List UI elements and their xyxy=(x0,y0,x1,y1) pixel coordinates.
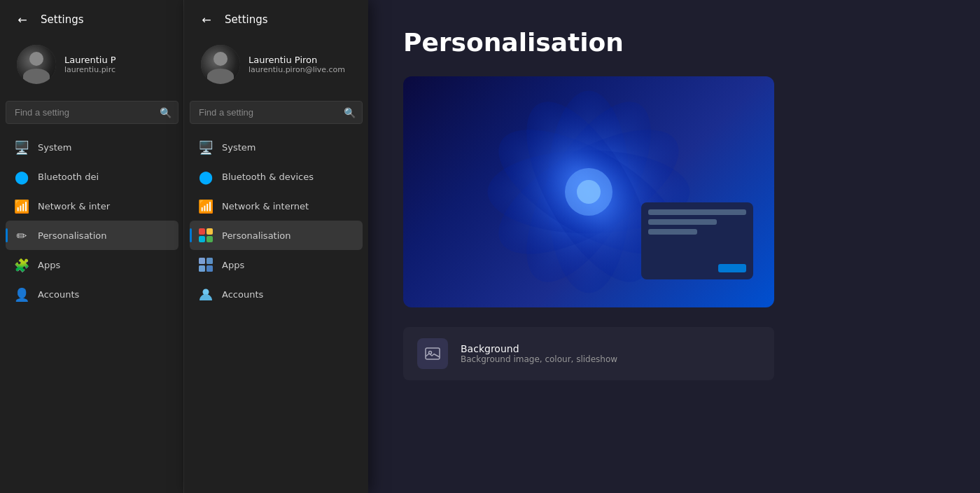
right-nav-personalisation[interactable]: Personalisation xyxy=(190,221,363,250)
right-apps-icon xyxy=(198,257,214,272)
left-sidebar-header: ← Settings xyxy=(0,0,184,36)
left-nav-accounts[interactable]: 👤 Accounts xyxy=(6,279,178,309)
right-nav-list: 🖥️ System ⬤ Bluetooth & devices 📶 Networ… xyxy=(184,132,368,493)
svg-rect-6 xyxy=(199,265,205,272)
right-accounts-icon xyxy=(198,286,214,302)
svg-rect-2 xyxy=(199,236,205,242)
right-network-icon: 📶 xyxy=(198,198,214,214)
right-user-profile[interactable]: Laurentiu Piron laurentiu.piron@live.com xyxy=(190,36,363,95)
svg-rect-7 xyxy=(206,265,213,272)
left-search-input[interactable] xyxy=(6,101,178,124)
left-nav-system[interactable]: 🖥️ System xyxy=(6,132,178,162)
right-user-info: Laurentiu Piron laurentiu.piron@live.com xyxy=(248,55,345,74)
svg-rect-3 xyxy=(206,236,213,242)
right-nav-accounts[interactable]: Accounts xyxy=(190,279,363,309)
right-bluetooth-label: Bluetooth & devices xyxy=(222,172,314,182)
left-network-icon: 📶 xyxy=(14,198,29,214)
right-search-icon: 🔍 xyxy=(344,107,356,118)
left-avatar xyxy=(17,45,56,84)
left-nav-bluetooth[interactable]: ⬤ Bluetooth dei xyxy=(6,162,178,191)
left-user-profile[interactable]: Laurentiu P laurentiu.pirc xyxy=(6,36,178,95)
left-search-box[interactable]: 🔍 xyxy=(6,101,178,124)
left-bluetooth-icon: ⬤ xyxy=(14,169,29,184)
left-apps-icon: 🧩 xyxy=(14,257,29,272)
left-nav-list: 🖥️ System ⬤ Bluetooth dei 📶 Network & in… xyxy=(0,132,184,493)
svg-rect-1 xyxy=(206,228,213,235)
background-subtitle: Background image, colour, slideshow xyxy=(461,354,617,364)
right-nav-system[interactable]: 🖥️ System xyxy=(190,132,363,162)
main-content: Personalisation xyxy=(368,0,980,493)
left-user-name: Laurentiu P xyxy=(64,55,116,65)
right-bluetooth-icon: ⬤ xyxy=(198,169,214,184)
svg-rect-0 xyxy=(199,228,205,235)
right-system-label: System xyxy=(222,142,255,153)
left-nav-apps[interactable]: 🧩 Apps xyxy=(6,250,178,279)
right-nav-apps[interactable]: Apps xyxy=(190,250,363,279)
window-mockup xyxy=(641,202,753,279)
left-network-label: Network & inter xyxy=(38,201,110,211)
left-accounts-icon: 👤 xyxy=(14,286,29,302)
svg-rect-17 xyxy=(426,348,440,359)
right-personalisation-icon xyxy=(198,228,214,243)
left-settings-title: Settings xyxy=(41,13,84,26)
right-search-input[interactable] xyxy=(190,101,363,124)
left-nav-network[interactable]: 📶 Network & inter xyxy=(6,191,178,221)
mockup-button xyxy=(718,264,746,272)
right-nav-network[interactable]: 📶 Network & internet xyxy=(190,191,363,221)
left-system-label: System xyxy=(38,142,71,153)
mockup-line-1 xyxy=(648,209,746,215)
svg-point-16 xyxy=(577,180,601,204)
background-text: Background Background image, colour, sli… xyxy=(461,343,617,364)
right-avatar xyxy=(201,45,240,84)
background-icon xyxy=(417,338,448,369)
background-title: Background xyxy=(461,343,617,354)
right-network-label: Network & internet xyxy=(222,201,309,211)
right-system-icon: 🖥️ xyxy=(198,139,214,155)
left-personalisation-icon: ✏️ xyxy=(14,228,29,243)
svg-rect-5 xyxy=(206,258,213,264)
right-accounts-label: Accounts xyxy=(222,289,263,300)
left-back-button[interactable]: ← xyxy=(11,8,34,31)
mockup-line-3 xyxy=(648,229,697,235)
right-sidebar-header: ← Settings xyxy=(184,0,368,36)
left-accounts-label: Accounts xyxy=(38,289,79,300)
right-user-name: Laurentiu Piron xyxy=(248,55,345,65)
right-back-button[interactable]: ← xyxy=(195,8,218,31)
right-search-box[interactable]: 🔍 xyxy=(190,101,363,124)
right-apps-label: Apps xyxy=(222,260,244,270)
background-section[interactable]: Background Background image, colour, sli… xyxy=(403,327,774,380)
wallpaper-preview[interactable] xyxy=(403,76,774,307)
left-bluetooth-label: Bluetooth dei xyxy=(38,172,99,182)
left-user-info: Laurentiu P laurentiu.pirc xyxy=(64,55,116,74)
right-sidebar: ← Settings Laurentiu Piron laurentiu.pir… xyxy=(184,0,368,493)
left-user-email: laurentiu.pirc xyxy=(64,65,116,74)
right-personalisation-label: Personalisation xyxy=(222,230,291,241)
left-sidebar: ← Settings Laurentiu P laurentiu.pirc 🔍 … xyxy=(0,0,184,493)
left-search-icon: 🔍 xyxy=(160,107,172,118)
page-title: Personalisation xyxy=(403,28,945,57)
right-user-email: laurentiu.piron@live.com xyxy=(248,65,345,74)
left-apps-label: Apps xyxy=(38,260,60,270)
left-personalisation-label: Personalisation xyxy=(38,230,107,241)
mockup-line-2 xyxy=(648,219,717,225)
left-nav-personalisation[interactable]: ✏️ Personalisation xyxy=(6,221,178,250)
svg-rect-4 xyxy=(199,258,205,264)
right-nav-bluetooth[interactable]: ⬤ Bluetooth & devices xyxy=(190,162,363,191)
right-settings-title: Settings xyxy=(225,13,268,26)
left-system-icon: 🖥️ xyxy=(14,139,29,155)
